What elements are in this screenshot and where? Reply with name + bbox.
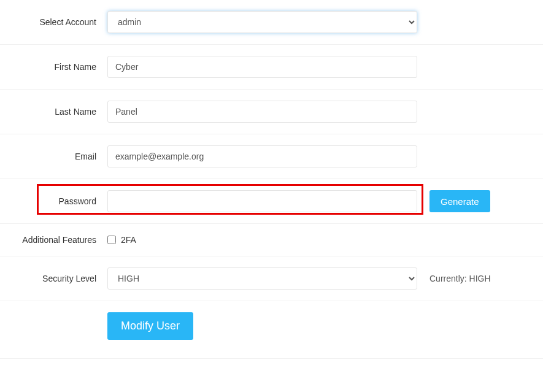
select-account-label: Select Account: [0, 17, 107, 27]
select-account-row: Select Account admin: [0, 0, 543, 45]
submit-row: Modify User: [0, 301, 543, 359]
password-row: Password Generate: [0, 179, 543, 224]
last-name-label: Last Name: [0, 107, 107, 117]
last-name-row: Last Name: [0, 90, 543, 134]
twofa-checkbox[interactable]: [107, 236, 116, 244]
security-level-currently: Currently: HIGH: [429, 274, 491, 283]
password-label: Password: [0, 196, 107, 206]
security-level-row: Security Level HIGH Currently: HIGH: [0, 256, 543, 301]
twofa-label: 2FA: [121, 235, 136, 245]
email-label: Email: [0, 152, 107, 161]
email-row: Email: [0, 134, 543, 179]
additional-features-label: Additional Features: [0, 235, 107, 245]
first-name-input[interactable]: [107, 56, 417, 78]
twofa-checkbox-wrap[interactable]: 2FA: [107, 235, 136, 245]
last-name-input[interactable]: [107, 101, 417, 123]
modify-user-button[interactable]: Modify User: [107, 312, 193, 340]
select-account-dropdown[interactable]: admin: [107, 11, 417, 33]
password-input[interactable]: [107, 190, 417, 212]
email-input[interactable]: [107, 145, 417, 167]
first-name-label: First Name: [0, 62, 107, 72]
first-name-row: First Name: [0, 45, 543, 90]
generate-button[interactable]: Generate: [429, 190, 490, 212]
security-level-label: Security Level: [0, 274, 107, 283]
additional-features-row: Additional Features 2FA: [0, 224, 543, 256]
security-level-dropdown[interactable]: HIGH: [107, 267, 417, 290]
